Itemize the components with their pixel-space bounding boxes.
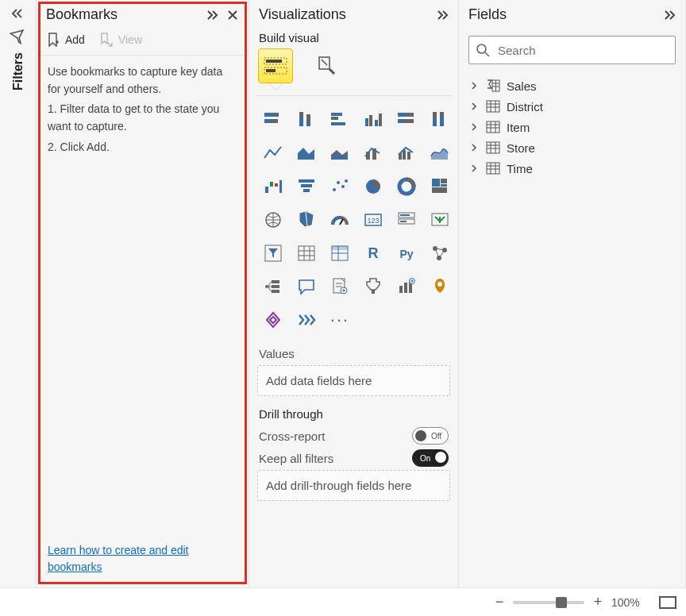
zoom-slider[interactable]: [513, 601, 584, 604]
viz-type-stacked-bar-100[interactable]: [392, 106, 421, 134]
learn-bookmarks-link[interactable]: Learn how to create and edit bookmarks: [37, 542, 249, 587]
table-icon: [486, 120, 500, 134]
viz-type-treemap[interactable]: [426, 172, 454, 201]
fields-title: Fields: [468, 6, 507, 23]
fields-search[interactable]: [468, 36, 676, 64]
viz-more-button[interactable]: ···: [326, 306, 354, 334]
viz-type-slicer[interactable]: [259, 239, 287, 268]
viz-type-py-visual[interactable]: Py: [392, 239, 421, 268]
viz-type-r-visual[interactable]: R: [359, 239, 387, 268]
bookmark-add-icon: [46, 33, 60, 47]
cross-report-label: Cross-report: [259, 429, 325, 443]
svg-rect-10: [306, 120, 310, 126]
svg-rect-17: [375, 120, 378, 126]
svg-rect-33: [270, 182, 273, 187]
viz-type-filled-map[interactable]: [292, 206, 321, 234]
viz-type-stacked-column[interactable]: [292, 106, 321, 134]
field-label: Store: [507, 141, 535, 155]
viz-type-chat[interactable]: [292, 272, 321, 301]
view-bookmark-button: View: [99, 33, 142, 47]
expand-filters-icon[interactable]: [6, 5, 30, 22]
fields-panel: Fields SalesDistrictItemStoreTime: [459, 0, 686, 587]
bookmarks-hint: Use bookmarks to capture key data for yo…: [37, 56, 249, 167]
build-visual-tab[interactable]: [259, 49, 292, 83]
viz-type-stacked-bar[interactable]: [259, 106, 287, 134]
viz-type-paginated[interactable]: [326, 272, 354, 301]
viz-type-ribbon[interactable]: [426, 139, 454, 167]
viz-type-funnel[interactable]: [292, 172, 321, 201]
viz-type-scatter[interactable]: [326, 172, 354, 201]
filters-icon: [8, 27, 29, 48]
viz-type-grid: 123RPy···: [249, 102, 458, 342]
viz-type-stacked-column-100[interactable]: [426, 106, 454, 134]
viz-type-line-stacked-column[interactable]: [359, 139, 387, 167]
viz-type-goals[interactable]: [359, 272, 387, 301]
fields-search-input[interactable]: [496, 43, 669, 58]
svg-rect-3: [266, 69, 276, 72]
viz-type-stacked-area[interactable]: [326, 139, 354, 167]
chevron-right-icon: [470, 123, 480, 131]
svg-rect-22: [398, 119, 403, 123]
svg-point-73: [265, 285, 268, 288]
viz-type-key-influencers[interactable]: [426, 239, 454, 268]
viz-type-donut[interactable]: [392, 172, 421, 201]
viz-type-clustered-bar[interactable]: [326, 106, 354, 134]
field-item-store[interactable]: Store: [465, 137, 679, 158]
drillthrough-dropzone[interactable]: Add drill-through fields here: [257, 470, 450, 501]
field-item-time[interactable]: Time: [465, 158, 679, 179]
viz-type-getmore[interactable]: [292, 306, 321, 334]
svg-rect-46: [441, 179, 447, 183]
fields-list: SalesDistrictItemStoreTime: [459, 72, 685, 182]
field-item-item[interactable]: Item: [465, 117, 679, 137]
keep-filters-toggle[interactable]: On: [412, 449, 449, 467]
close-bookmarks-icon[interactable]: [225, 7, 241, 23]
cross-report-toggle[interactable]: Off: [412, 427, 449, 445]
svg-rect-9: [299, 112, 303, 117]
filters-rail[interactable]: Filters: [0, 0, 37, 587]
viz-type-line[interactable]: [259, 139, 287, 167]
viz-type-waterfall[interactable]: [259, 172, 287, 201]
values-dropzone[interactable]: Add data fields here: [257, 365, 450, 396]
chevron-right-icon: [470, 144, 480, 152]
collapse-bookmarks-icon[interactable]: [204, 7, 220, 23]
svg-rect-45: [432, 179, 440, 187]
viz-type-area[interactable]: [292, 139, 321, 167]
keep-filters-label: Keep all filters: [259, 452, 333, 465]
chevron-right-icon: [470, 82, 480, 90]
field-item-district[interactable]: District: [465, 96, 679, 117]
bookmarks-title: Bookmarks: [46, 6, 118, 23]
svg-rect-35: [279, 180, 282, 193]
svg-rect-59: [299, 246, 314, 260]
viz-type-gauge[interactable]: [326, 206, 354, 234]
viz-type-narrative[interactable]: [426, 272, 454, 301]
chevron-right-icon: [470, 102, 480, 110]
viz-type-table[interactable]: [292, 239, 321, 268]
zoom-out-button[interactable]: −: [494, 594, 505, 610]
format-visual-tab[interactable]: [310, 49, 343, 83]
svg-rect-36: [299, 179, 314, 183]
viz-type-kpi[interactable]: [426, 206, 454, 234]
fit-to-page-button[interactable]: [659, 596, 676, 609]
viz-type-multi-row-card[interactable]: [392, 206, 421, 234]
viz-type-clustered-column[interactable]: [359, 106, 387, 134]
viz-type-matrix[interactable]: [326, 239, 354, 268]
field-item-sales[interactable]: Sales: [465, 75, 679, 96]
viz-type-map[interactable]: [259, 206, 287, 234]
collapse-viz-icon[interactable]: [434, 7, 450, 23]
collapse-fields-icon[interactable]: [661, 7, 677, 23]
viz-type-line-clustered-column[interactable]: [392, 139, 421, 167]
keep-filters-row: Keep all filters On: [249, 446, 458, 468]
viz-title: Visualizations: [259, 6, 346, 23]
add-bookmark-button[interactable]: Add: [46, 33, 85, 47]
viz-type-pie[interactable]: [359, 172, 387, 201]
svg-rect-2: [266, 60, 282, 63]
svg-rect-83: [404, 283, 407, 293]
values-label: Values: [249, 342, 458, 364]
viz-type-card[interactable]: 123: [359, 206, 387, 234]
svg-rect-8: [299, 117, 303, 126]
zoom-in-button[interactable]: +: [592, 594, 603, 610]
viz-type-appsource[interactable]: [259, 306, 287, 334]
viz-type-metrics[interactable]: [392, 272, 421, 301]
viz-type-decomposition[interactable]: [259, 272, 287, 301]
cross-report-row: Cross-report Off: [249, 424, 458, 446]
